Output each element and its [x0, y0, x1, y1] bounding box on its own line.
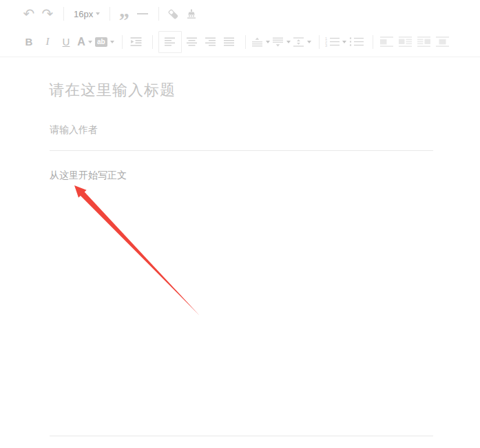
format-brush-icon: [186, 8, 197, 19]
image-wrap-left-button[interactable]: [397, 33, 414, 51]
toolbar-separator: [158, 7, 159, 21]
image-align-left-icon: [380, 37, 393, 47]
justify-button[interactable]: [221, 33, 238, 51]
author-input[interactable]: 请输入作者: [50, 124, 98, 136]
toolbar-row-2: B I U A ab: [0, 28, 480, 56]
undo-button[interactable]: ↶: [21, 5, 37, 23]
align-left-icon: [165, 37, 175, 46]
footer-divider: [50, 436, 433, 436]
ordered-list-select[interactable]: 1 2 3: [325, 33, 346, 51]
image-wrap-right-button[interactable]: [416, 33, 432, 51]
align-right-icon: [205, 37, 216, 46]
title-input[interactable]: 请在这里输入标题: [49, 80, 176, 101]
line-height-icon: [293, 37, 304, 47]
image-wrap-left-icon: [399, 37, 412, 47]
chevron-down-icon: [342, 41, 346, 43]
bold-icon: B: [25, 37, 33, 47]
highlight-icon: ab: [95, 37, 107, 47]
toolbar-separator: [245, 35, 246, 49]
horizontal-rule-button[interactable]: [134, 5, 151, 23]
italic-icon: I: [46, 37, 50, 47]
chevron-down-icon: [88, 41, 92, 43]
align-center-button[interactable]: [184, 33, 200, 51]
spacing-before-select[interactable]: [251, 33, 270, 51]
align-right-button[interactable]: [202, 33, 219, 51]
indent-button[interactable]: [128, 33, 145, 51]
font-size-select[interactable]: 16px: [70, 9, 104, 19]
justify-icon: [224, 37, 234, 46]
italic-button[interactable]: I: [39, 33, 56, 51]
spacing-before-icon: [251, 37, 263, 47]
chevron-down-icon: [96, 12, 100, 15]
image-center-button[interactable]: [435, 33, 451, 51]
chevron-down-icon: [110, 41, 114, 43]
chevron-down-icon: [286, 41, 291, 43]
indent-icon: [130, 37, 142, 47]
line-height-select[interactable]: [293, 33, 311, 51]
bold-button[interactable]: B: [21, 33, 37, 51]
toolbar-separator: [319, 35, 320, 49]
spacing-after-icon: [272, 37, 284, 47]
red-arrow-shape: [74, 185, 200, 316]
toolbar-separator: [63, 7, 64, 21]
toolbar-separator: [122, 35, 123, 49]
toolbar-row-1: ↶ ↷ 16px ”: [0, 0, 480, 28]
toolbar-separator: [152, 35, 153, 49]
unordered-list-icon: [349, 37, 364, 47]
editor-page: ↶ ↷ 16px ”: [0, 0, 480, 448]
image-center-icon: [436, 37, 449, 47]
undo-icon: ↶: [23, 7, 35, 21]
underline-button[interactable]: U: [58, 33, 74, 51]
chevron-down-icon: [307, 41, 311, 43]
eraser-icon: [167, 8, 179, 20]
image-wrap-right-icon: [417, 37, 430, 47]
body-editor[interactable]: 从这里开始写正文: [50, 170, 127, 182]
align-left-button[interactable]: [158, 31, 182, 53]
red-arrow-annotation: [0, 0, 480, 448]
toolbar-separator: [373, 35, 373, 49]
redo-button[interactable]: ↷: [39, 5, 56, 23]
eraser-button[interactable]: [165, 5, 181, 23]
horizontal-rule-icon: [137, 13, 148, 14]
formatting-toolbar: ↶ ↷ 16px ”: [0, 0, 480, 57]
redo-icon: ↷: [42, 7, 54, 21]
underline-icon: U: [63, 37, 70, 47]
image-align-left-button[interactable]: [379, 33, 395, 51]
toolbar-separator: [109, 7, 110, 21]
font-size-value: 16px: [74, 9, 93, 19]
unordered-list-select[interactable]: [348, 33, 365, 51]
ordered-list-icon: 1 2 3: [325, 37, 340, 47]
highlight-color-button[interactable]: ab: [95, 33, 114, 51]
font-color-icon: A: [77, 37, 85, 48]
align-center-icon: [187, 37, 197, 46]
author-divider: [50, 150, 433, 151]
chevron-down-icon: [266, 41, 270, 43]
blockquote-button[interactable]: ”: [116, 5, 132, 23]
format-brush-button[interactable]: [183, 5, 200, 23]
spacing-after-select[interactable]: [272, 33, 291, 51]
font-color-button[interactable]: A: [76, 33, 93, 51]
svg-text:3: 3: [325, 43, 327, 47]
